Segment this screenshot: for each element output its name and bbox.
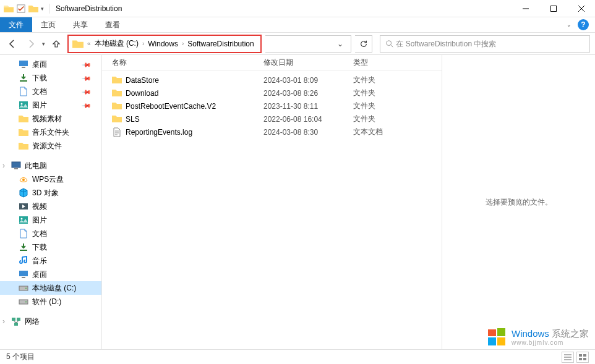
sidebar-quick-item[interactable]: 桌面📌 bbox=[0, 57, 101, 71]
maximize-button[interactable] bbox=[539, 0, 567, 17]
ribbon-tab-home[interactable]: 主页 bbox=[32, 17, 64, 32]
sidebar-thispc-item[interactable]: 音乐 bbox=[0, 254, 101, 268]
sidebar-item-label: 文档 bbox=[32, 229, 47, 239]
crumb-windows[interactable]: Windows bbox=[145, 40, 181, 48]
ribbon-file-tab[interactable]: 文件 bbox=[0, 17, 32, 32]
pin-icon: 📌 bbox=[82, 87, 92, 96]
file-list: 名称 修改日期 类型 DataStore2024-03-01 8:09文件夹Do… bbox=[102, 55, 442, 349]
svg-rect-42 bbox=[488, 337, 496, 345]
breadcrumb[interactable]: « 本地磁盘 (C:) › Windows › SoftwareDistribu… bbox=[67, 35, 262, 53]
address-bar-rest[interactable]: ⌄ bbox=[265, 35, 351, 53]
file-row[interactable]: SLS2022-06-08 16:04文件夹 bbox=[102, 112, 442, 125]
quick-access-checkbox-icon[interactable] bbox=[16, 4, 26, 14]
svg-rect-12 bbox=[12, 162, 20, 167]
chevron-right-icon: › bbox=[181, 40, 185, 47]
file-type: 文件夹 bbox=[353, 88, 427, 98]
sidebar-thispc-item[interactable]: 软件 (D:) bbox=[0, 295, 101, 308]
svg-line-28 bbox=[14, 321, 16, 323]
sidebar-quick-item[interactable]: 文档📌 bbox=[0, 85, 101, 98]
sidebar-item-label: 图片 bbox=[32, 215, 47, 226]
sidebar-quick-item[interactable]: 下载📌 bbox=[0, 71, 101, 85]
file-type: 文本文档 bbox=[353, 127, 427, 137]
sidebar-item-label: 音乐 bbox=[32, 256, 47, 266]
sidebar-thispc-item[interactable]: WPS云盘 bbox=[0, 172, 101, 186]
close-button[interactable] bbox=[567, 0, 595, 17]
sidebar-thispc-item[interactable]: 图片 bbox=[0, 213, 101, 227]
folder-icon bbox=[112, 114, 122, 124]
file-row[interactable]: Download2024-03-08 8:26文件夹 bbox=[102, 87, 442, 99]
svg-rect-25 bbox=[12, 318, 15, 321]
ribbon: 文件 主页 共享 查看 ⌄ ? bbox=[0, 17, 595, 33]
svg-rect-8 bbox=[22, 67, 25, 68]
sidebar-item-label: 音乐文件夹 bbox=[32, 127, 69, 138]
sidebar-thispc-item[interactable]: 下载 bbox=[0, 240, 101, 254]
back-button[interactable] bbox=[5, 36, 20, 51]
sidebar-item-label: 本地磁盘 (C:) bbox=[32, 283, 76, 294]
ribbon-expand-icon[interactable]: ⌄ bbox=[567, 22, 571, 28]
file-date: 2024-03-08 8:26 bbox=[263, 89, 353, 98]
help-icon[interactable]: ? bbox=[578, 19, 589, 30]
svg-rect-39 bbox=[583, 358, 586, 360]
svg-rect-19 bbox=[19, 271, 28, 276]
file-name: DataStore bbox=[126, 76, 263, 85]
svg-rect-40 bbox=[488, 329, 496, 336]
file-row[interactable]: DataStore2024-03-01 8:09文件夹 bbox=[102, 74, 442, 87]
tree-network[interactable]: 网络 bbox=[0, 315, 101, 328]
search-box[interactable] bbox=[380, 35, 590, 53]
folder-icon-small[interactable] bbox=[28, 4, 38, 14]
preview-pane: 选择要预览的文件。 bbox=[442, 55, 595, 349]
sidebar-quick-item[interactable]: 视频素材 bbox=[0, 112, 101, 125]
sidebar-item-label: WPS云盘 bbox=[32, 174, 64, 185]
svg-rect-41 bbox=[497, 328, 505, 336]
file-date: 2024-03-08 8:30 bbox=[263, 128, 353, 137]
column-date[interactable]: 修改日期 bbox=[263, 57, 353, 68]
file-name: ReportingEvents.log bbox=[126, 128, 263, 137]
chevron-down-icon[interactable]: ⌄ bbox=[333, 40, 347, 48]
tree-this-pc[interactable]: 此电脑 bbox=[0, 159, 101, 172]
3d-icon bbox=[19, 188, 28, 198]
sidebar-thispc-item[interactable]: 文档 bbox=[0, 227, 101, 240]
folder-icon bbox=[112, 88, 122, 98]
file-row[interactable]: ReportingEvents.log2024-03-08 8:30文本文档 bbox=[102, 125, 442, 138]
sidebar-thispc-item[interactable]: 本地磁盘 (C:) bbox=[0, 281, 101, 295]
navbar: ▾ « 本地磁盘 (C:) › Windows › SoftwareDistri… bbox=[0, 33, 595, 55]
windows-logo-icon bbox=[487, 327, 508, 348]
view-details-icon[interactable] bbox=[562, 352, 574, 363]
chevron-left-icon[interactable]: « bbox=[86, 40, 92, 47]
view-thumbnails-icon[interactable] bbox=[576, 352, 589, 363]
drive-icon bbox=[19, 297, 28, 307]
search-input[interactable] bbox=[396, 40, 584, 48]
sidebar-quick-item[interactable]: 资源文件 bbox=[0, 139, 101, 153]
status-count: 5 个项目 bbox=[6, 352, 35, 362]
sidebar-quick-item[interactable]: 音乐文件夹 bbox=[0, 125, 101, 139]
minimize-button[interactable] bbox=[512, 0, 539, 17]
ribbon-tab-view[interactable]: 查看 bbox=[96, 17, 129, 32]
crumb-drive[interactable]: 本地磁盘 (C:) bbox=[92, 38, 141, 49]
column-type[interactable]: 类型 bbox=[353, 57, 427, 68]
forward-button[interactable] bbox=[24, 36, 38, 51]
svg-rect-27 bbox=[14, 323, 18, 326]
sidebar-thispc-item[interactable]: 3D 对象 bbox=[0, 186, 101, 200]
textfile-icon bbox=[112, 127, 122, 137]
documents-icon bbox=[19, 87, 28, 96]
crumb-current[interactable]: SoftwareDistribution bbox=[185, 40, 256, 48]
folder-icon bbox=[112, 75, 122, 85]
file-row[interactable]: PostRebootEventCache.V22023-11-30 8:11文件… bbox=[102, 99, 442, 112]
pictures-icon bbox=[19, 100, 28, 110]
ribbon-tab-share[interactable]: 共享 bbox=[64, 17, 96, 32]
sidebar-thispc-item[interactable]: 视频 bbox=[0, 200, 101, 213]
folder-icon bbox=[19, 114, 28, 124]
downloads-icon bbox=[19, 73, 28, 83]
up-button[interactable] bbox=[49, 36, 64, 51]
sidebar-quick-item[interactable]: 图片📌 bbox=[0, 98, 101, 112]
folder-icon bbox=[112, 101, 122, 111]
pin-icon: 📌 bbox=[82, 59, 92, 69]
refresh-button[interactable] bbox=[355, 35, 372, 53]
chevron-down-icon[interactable]: ▾ bbox=[41, 6, 44, 12]
column-name[interactable]: 名称 bbox=[112, 57, 263, 68]
history-dropdown-icon[interactable]: ▾ bbox=[42, 41, 45, 47]
sidebar-item-label: 文档 bbox=[32, 87, 47, 97]
sidebar-thispc-item[interactable]: 桌面 bbox=[0, 268, 101, 281]
svg-rect-26 bbox=[17, 318, 20, 321]
folder-icon bbox=[72, 39, 83, 49]
